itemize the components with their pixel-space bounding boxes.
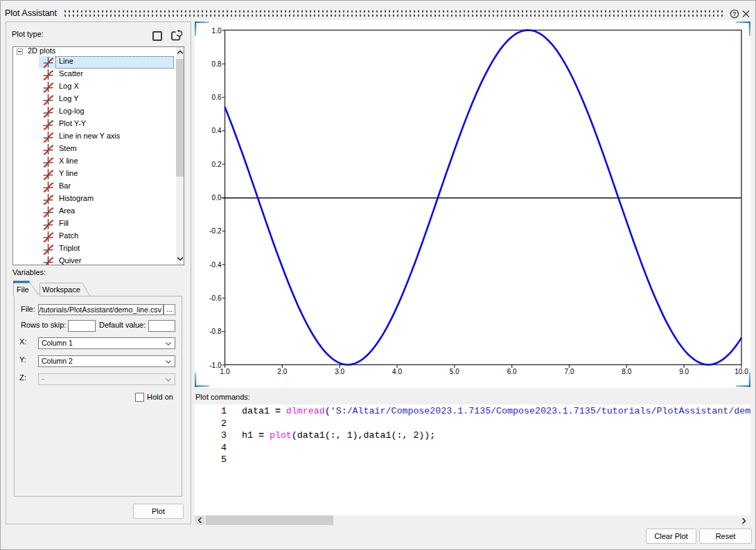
svg-text:0.8: 0.8 [212,60,222,68]
svg-text:1.0: 1.0 [212,27,222,35]
svg-text:-0.2: -0.2 [209,227,222,235]
svg-text:0.2: 0.2 [212,161,222,168]
svg-text:File: File [17,285,29,294]
svg-text:2.0: 2.0 [277,368,287,375]
svg-text:6.0: 6.0 [507,368,517,375]
svg-text:1.0: 1.0 [220,368,230,375]
svg-text:3.0: 3.0 [335,368,344,375]
svg-text:4.0: 4.0 [392,368,402,375]
svg-text:?: ? [732,10,737,17]
svg-text:8.0: 8.0 [622,368,631,375]
svg-text:-0.6: -0.6 [209,294,222,302]
svg-text:0.0: 0.0 [212,194,222,202]
svg-text:0.4: 0.4 [212,127,222,134]
svg-text:9.0: 9.0 [679,368,689,375]
svg-text:-0.4: -0.4 [209,261,222,269]
svg-text:0.6: 0.6 [212,94,222,101]
svg-text:7.0: 7.0 [565,368,574,375]
svg-text:Workspace: Workspace [42,285,80,294]
svg-text:5.0: 5.0 [450,368,459,375]
svg-text:-0.8: -0.8 [209,328,222,335]
svg-text:10.0: 10.0 [735,368,748,375]
